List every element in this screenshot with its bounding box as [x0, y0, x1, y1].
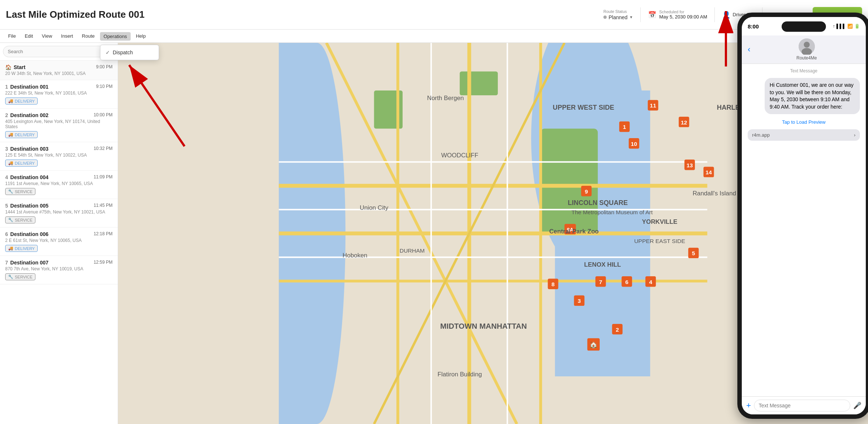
- badge-label: SERVICE: [15, 189, 32, 194]
- badge-label: DELIVERY: [15, 246, 35, 251]
- battery-icon: 🔋: [854, 24, 860, 29]
- svg-text:6: 6: [625, 279, 628, 285]
- avatar: [799, 38, 815, 55]
- menu-help[interactable]: Help: [132, 32, 149, 40]
- chevron-down-icon: ▼: [629, 15, 633, 19]
- badge-label: SERVICE: [15, 275, 32, 279]
- svg-text:12: 12: [681, 119, 687, 126]
- svg-point-75: [804, 42, 810, 48]
- menu-operations[interactable]: Operations: [100, 32, 131, 41]
- svg-rect-5: [541, 129, 598, 233]
- dispatch-check-icon: ✓: [106, 49, 110, 55]
- svg-text:UPPER WEST SIDE: UPPER WEST SIDE: [553, 104, 614, 111]
- operations-dispatch-label: Dispatch: [113, 49, 133, 55]
- scheduled-value: May 5, 2030 09:00 AM: [659, 14, 707, 20]
- operations-dispatch-item[interactable]: ✓ Dispatch: [100, 47, 159, 58]
- route-item-address: 1191 1st Avenue, New York, NY 10065, USA: [5, 181, 113, 186]
- menu-file[interactable]: File: [4, 32, 20, 40]
- route-item-badge: 🔧 SERVICE: [5, 273, 35, 280]
- route-item-name: Destination 003: [10, 146, 48, 152]
- svg-text:Flatiron Building: Flatiron Building: [438, 371, 482, 378]
- menu-edit[interactable]: Edit: [21, 32, 37, 40]
- route-item-badge: 🚚 DELIVERY: [5, 160, 38, 167]
- menu-route[interactable]: Route: [78, 32, 99, 40]
- svg-text:9: 9: [585, 188, 588, 195]
- back-button[interactable]: ‹: [748, 45, 750, 54]
- message-label: Text Message: [748, 68, 860, 73]
- message-text: Hi Customer 001, we are on our way to yo…: [770, 82, 854, 110]
- route-item-name: Start: [14, 64, 25, 70]
- route-status-value[interactable]: Planned ▼: [603, 14, 633, 20]
- route-item-number: 5: [5, 203, 8, 209]
- route-item-top: 1 Destination 001: [5, 84, 48, 90]
- svg-text:7: 7: [599, 279, 602, 285]
- route-item-number: 6: [5, 231, 8, 237]
- route-item-top: 3 Destination 003: [5, 146, 48, 152]
- route-item-number: 7: [5, 260, 8, 266]
- svg-text:Central Park Zoo: Central Park Zoo: [549, 228, 599, 235]
- badge-icon: 🚚: [8, 161, 13, 165]
- message-bubble: Hi Customer 001, we are on our way to yo…: [765, 78, 860, 114]
- route-list: 🏠 Start 9:00 PM 20 W 34th St, New York, …: [0, 61, 118, 424]
- search-input[interactable]: [3, 46, 115, 57]
- svg-text:LENOX HILL: LENOX HILL: [584, 261, 621, 268]
- sidebar: 🏠 Start 9:00 PM 20 W 34th St, New York, …: [0, 43, 118, 424]
- route-list-item[interactable]: 3 Destination 003 10:32 PM 125 E 54th St…: [0, 142, 118, 171]
- signal-bars-icon: ▌▌▌: [836, 24, 846, 29]
- route-item-top: 6 Destination 006: [5, 231, 48, 237]
- route-list-item[interactable]: 4 Destination 004 11:09 PM 1191 1st Aven…: [0, 171, 118, 199]
- route-item-time: 12:18 PM: [94, 231, 113, 236]
- contact-name: Route4Me: [796, 55, 817, 61]
- route-item-address: 405 Lexington Ave, New York, NY 10174, U…: [5, 119, 113, 129]
- route-list-item[interactable]: 1 Destination 001 9:10 PM 222 E 34th St,…: [0, 80, 118, 109]
- svg-text:The Metropolitan Museum of Art: The Metropolitan Museum of Art: [571, 209, 653, 215]
- badge-icon: 🚚: [8, 132, 13, 137]
- svg-text:LINCOLN SQUARE: LINCOLN SQUARE: [568, 199, 628, 206]
- route-item-number: 3: [5, 146, 8, 152]
- menu-operations-wrapper: Operations ✓ Dispatch: [100, 33, 131, 40]
- route-item-badge: 🚚 DELIVERY: [5, 98, 38, 105]
- route-list-item[interactable]: 7 Destination 007 12:59 PM 870 7th Ave, …: [0, 256, 118, 284]
- menu-insert[interactable]: Insert: [57, 32, 77, 40]
- svg-text:14: 14: [706, 169, 712, 175]
- route-item-name: Destination 004: [10, 174, 48, 180]
- svg-text:1: 1: [623, 124, 626, 130]
- svg-text:Hoboken: Hoboken: [342, 252, 367, 259]
- phone-status-icons: ↑ ▌▌▌ 📶 🔋: [833, 24, 860, 29]
- route-item-badge: 🔧 SERVICE: [5, 188, 35, 195]
- route-item-address: 2 E 61st St, New York, NY 10065, USA: [5, 238, 113, 243]
- route-item-header: 1 Destination 001 9:10 PM: [5, 84, 113, 90]
- route-status-block: Route Status Planned ▼: [603, 9, 633, 20]
- route-item-header: 🏠 Start 9:00 PM: [5, 64, 113, 70]
- svg-text:WOODCLIFF: WOODCLIFF: [441, 152, 478, 159]
- message-input[interactable]: [754, 400, 850, 411]
- imessage-header: ‹ Route4Me: [742, 35, 866, 64]
- link-preview-text: r4m.app: [752, 132, 770, 138]
- microphone-icon[interactable]: 🎤: [853, 401, 861, 410]
- scheduled-label: Scheduled for: [659, 10, 707, 14]
- badge-icon: 🚚: [8, 246, 13, 251]
- route-item-address: 1444 1st Avenue #75th, New York, NY 1002…: [5, 209, 113, 215]
- route-item-top: 2 Destination 002: [5, 112, 48, 118]
- route-list-item[interactable]: 🏠 Start 9:00 PM 20 W 34th St, New York, …: [0, 61, 118, 80]
- route-item-address: 20 W 34th St, New York, NY 10001, USA: [5, 71, 113, 76]
- route-item-time: 10:32 PM: [94, 146, 113, 151]
- svg-text:YORKVILLE: YORKVILLE: [642, 218, 678, 225]
- route-item-name: Destination 002: [10, 112, 48, 118]
- add-attachment-button[interactable]: +: [746, 401, 751, 410]
- svg-text:3: 3: [578, 298, 581, 304]
- menu-view[interactable]: View: [38, 32, 56, 40]
- route-item-name: Destination 006: [10, 231, 48, 237]
- location-icon: ↑: [833, 24, 835, 29]
- badge-icon: 🔧: [8, 274, 13, 279]
- route-list-item[interactable]: 2 Destination 002 10:00 PM 405 Lexington…: [0, 109, 118, 142]
- route-item-top: 🏠 Start: [5, 64, 25, 70]
- badge-label: SERVICE: [15, 218, 32, 222]
- route-item-time: 9:00 PM: [96, 64, 113, 69]
- tap-to-load[interactable]: Tap to Load Preview: [748, 119, 860, 125]
- link-preview[interactable]: r4m.app ›: [748, 129, 860, 141]
- route-item-top: 7 Destination 007: [5, 260, 48, 266]
- route-list-item[interactable]: 6 Destination 006 12:18 PM 2 E 61st St, …: [0, 228, 118, 256]
- route-list-item[interactable]: 5 Destination 005 11:45 PM 1444 1st Aven…: [0, 199, 118, 228]
- route-item-header: 2 Destination 002 10:00 PM: [5, 112, 113, 118]
